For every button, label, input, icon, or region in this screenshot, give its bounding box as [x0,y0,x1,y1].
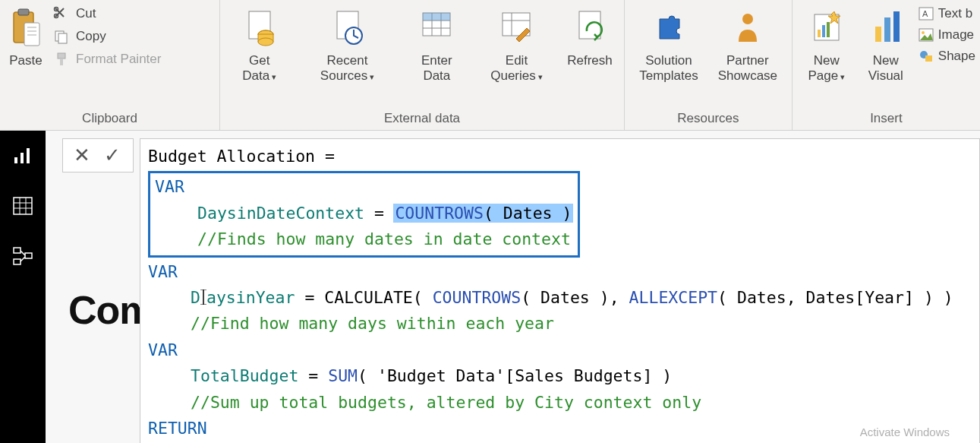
format-painter-label: Format Painter [76,52,161,67]
report-view-button[interactable] [11,144,34,167]
highlighted-block: VAR DaysinDateContext = COUNTROWS( Dates… [148,171,580,257]
new-visual-icon [868,8,904,49]
svg-rect-45 [27,148,30,163]
shapes-label: Shape [938,49,975,64]
svg-rect-31 [818,30,821,37]
canvas-area: Com ✕ ✓ Budget Allocation = VAR DaysinDa… [46,131,980,443]
paste-icon [9,8,43,49]
formula-line: Budget Allocation = [148,144,972,169]
ribbon-group-clipboard: Paste Cut Copy Format Painter Clipboard [0,0,220,130]
svg-text:A: A [922,9,928,18]
text-box-label: Text b [938,6,972,21]
clipboard-group-label: Clipboard [5,107,215,128]
svg-rect-36 [893,11,900,42]
new-visual-button[interactable]: New Visual [856,3,915,84]
ribbon-group-insert: New Page▾ New Visual A Text b Image Shap… [793,0,980,130]
edit-queries-button[interactable]: Edit Queries▾ [473,3,560,84]
copy-button[interactable]: Copy [53,29,161,44]
text-cursor-icon [200,290,206,305]
chevron-down-icon: ▾ [370,72,374,81]
puzzle-icon [651,8,687,49]
insert-group-label: Insert [797,107,975,128]
activate-windows-watermark: Activate Windows [860,426,950,438]
svg-rect-24 [423,13,450,21]
svg-point-16 [258,38,273,46]
svg-rect-44 [20,153,24,163]
recent-sources-icon [329,8,366,49]
paintbrush-icon [53,52,70,67]
svg-rect-10 [58,53,65,59]
svg-rect-33 [827,22,830,37]
cut-button[interactable]: Cut [53,6,161,21]
get-data-button[interactable]: Get Data▾ [225,3,294,84]
refresh-label: Refresh [567,53,613,68]
person-icon [729,8,766,49]
svg-rect-43 [14,157,17,163]
image-button[interactable]: Image [919,27,975,43]
edit-queries-label: Edit Queries▾ [481,53,553,84]
new-page-label: New Page▾ [805,53,849,84]
cancel-formula-button[interactable]: ✕ [74,144,90,167]
svg-rect-46 [14,198,32,214]
get-data-label: Get Data▾ [232,53,286,84]
svg-rect-11 [60,59,63,65]
enter-data-icon [418,8,455,49]
image-label: Image [938,27,974,43]
chevron-down-icon: ▾ [538,72,543,81]
shapes-icon [919,49,934,63]
svg-rect-42 [925,55,932,62]
svg-rect-32 [822,25,825,37]
formula-editor[interactable]: Budget Allocation = VAR DaysinDateContex… [140,138,980,443]
svg-rect-52 [25,253,32,258]
partner-showcase-label: Partner Showcase [716,53,780,84]
text-box-icon: A [919,7,934,21]
ribbon-group-resources: Solution Templates Partner Showcase Reso… [625,0,793,130]
paste-button[interactable]: Paste [5,3,50,68]
new-page-icon [808,8,845,49]
edit-queries-icon [498,8,534,49]
paste-label: Paste [9,53,42,68]
solution-templates-button[interactable]: Solution Templates [629,3,708,84]
svg-rect-35 [884,17,890,42]
refresh-button[interactable]: Refresh [560,3,619,68]
copy-label: Copy [76,29,106,44]
formula-bar: ✕ ✓ Budget Allocation = VAR DaysinDateCo… [62,138,980,443]
image-icon [919,28,934,42]
commit-formula-button[interactable]: ✓ [104,144,121,167]
text-box-button[interactable]: A Text b [919,6,975,21]
recent-sources-label: Recent Sources▾ [301,53,392,84]
solution-templates-label: Solution Templates [637,53,701,84]
recent-sources-button[interactable]: Recent Sources▾ [294,3,400,84]
enter-data-button[interactable]: Enter Data [401,3,473,84]
partner-showcase-button[interactable]: Partner Showcase [708,3,787,84]
cut-label: Cut [76,6,96,21]
get-data-icon [241,8,278,49]
ribbon: Paste Cut Copy Format Painter Clipboard [0,0,980,131]
svg-rect-53 [14,259,20,264]
enter-data-label: Enter Data [408,53,465,84]
svg-point-40 [922,31,925,34]
new-visual-label: New Visual [864,53,908,84]
ribbon-group-external: Get Data▾ Recent Sources▾ Enter Data Edi… [220,0,625,130]
svg-rect-51 [14,248,20,253]
refresh-icon [572,8,608,49]
resources-group-label: Resources [629,107,787,128]
svg-rect-28 [579,11,600,39]
new-page-button[interactable]: New Page▾ [797,3,856,84]
copy-icon [53,29,70,44]
main-area: Com ✕ ✓ Budget Allocation = VAR DaysinDa… [0,131,980,443]
external-group-label: External data [225,107,619,128]
side-nav [0,131,46,443]
shapes-button[interactable]: Shape [919,49,975,64]
svg-rect-9 [58,33,67,43]
chevron-down-icon: ▾ [272,72,276,81]
model-view-button[interactable] [11,245,34,267]
format-painter-button[interactable]: Format Painter [53,52,161,67]
svg-rect-1 [18,9,29,15]
scissors-icon [53,6,70,21]
chevron-down-icon: ▾ [840,72,845,81]
svg-rect-34 [875,27,881,42]
svg-point-29 [742,14,753,24]
svg-rect-2 [24,23,39,46]
data-view-button[interactable] [11,195,34,217]
